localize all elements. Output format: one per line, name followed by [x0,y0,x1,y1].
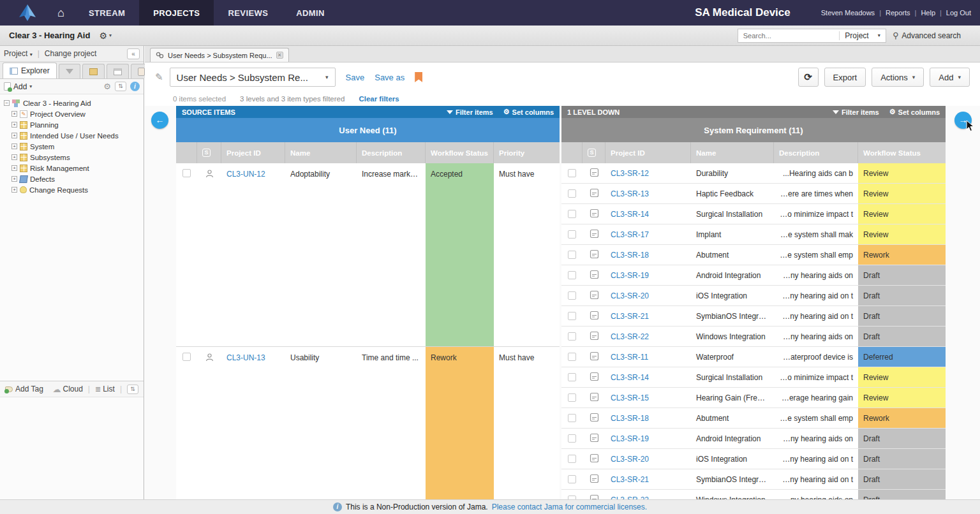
source-filter-items-button[interactable]: Filter items [447,108,493,116]
add-tag-button[interactable]: Add Tag [5,385,43,393]
tree-item-change-requests[interactable]: +Change Requests [11,184,141,195]
item-id-link[interactable]: CL3-SR-20 [611,455,649,464]
close-tab-icon[interactable]: ✕ [276,52,283,59]
nav-item-admin[interactable]: ADMIN [282,0,339,26]
expand-node-icon[interactable]: + [11,111,17,117]
nav-item-projects[interactable]: PROJECTS [139,0,214,26]
expand-node-icon[interactable]: + [11,154,17,160]
row-checkbox[interactable] [568,373,576,381]
actions-button[interactable]: Actions▾ [872,68,924,87]
row-checkbox[interactable] [568,393,576,402]
tree-item-intended-use-user-needs[interactable]: +Intended Use / User Needs [11,130,141,141]
item-id-link[interactable]: CL3-SR-11 [611,353,648,362]
collapse-sidebar-button[interactable]: « [127,48,140,59]
item-id-link[interactable]: CL3-SR-20 [611,291,649,300]
tree-item-project-overview[interactable]: +✎Project Overview [11,108,141,119]
project-menu-button[interactable]: Project ▾ [4,49,33,58]
tree-item-system[interactable]: +System [11,141,141,152]
project-settings-gear-icon[interactable]: ⚙ [99,31,107,41]
collapse-node-icon[interactable]: − [4,100,10,106]
row-checkbox[interactable] [568,230,576,239]
expand-node-icon[interactable]: + [11,133,17,138]
home-icon[interactable]: ⌂ [47,0,75,26]
item-id-link[interactable]: CL3-SR-19 [611,434,649,443]
target-set-columns-button[interactable]: ⚙Set columns [889,108,940,116]
expand-node-icon[interactable]: + [11,165,17,171]
add-item-button[interactable]: Add ▾ [4,82,32,91]
item-id-link[interactable]: CL3-SR-21 [611,475,649,484]
row-checkbox[interactable] [568,455,576,463]
item-id-link[interactable]: CL3-SR-15 [611,393,649,402]
tree-root-node[interactable]: − Clear 3 - Hearing Aid [4,98,141,108]
item-id-link[interactable]: CL3-SR-18 [611,414,649,423]
item-id-link[interactable]: CL3-SR-12 [611,169,649,178]
tree-item-defects[interactable]: +Defects [11,173,141,184]
export-button[interactable]: Export [824,68,866,87]
license-link[interactable]: Please contact Jama for commercial licen… [492,503,647,511]
refresh-button[interactable]: ⟳ [798,68,819,87]
row-checkbox[interactable] [568,169,576,177]
row-checkbox[interactable] [568,189,576,198]
item-id-link[interactable]: CL3-UN-13 [226,353,265,362]
item-id-link[interactable]: CL3-SR-13 [611,189,649,198]
info-icon[interactable]: i [130,82,140,91]
row-checkbox[interactable] [568,251,576,259]
row-checkbox[interactable] [568,312,576,320]
clear-filters-link[interactable]: Clear filters [359,95,399,103]
user-link-help[interactable]: Help [921,9,935,17]
item-id-link[interactable]: CL3-SR-17 [611,230,649,239]
save-button[interactable]: Save [346,73,365,82]
target-filter-items-button[interactable]: Filter items [833,108,879,116]
item-id-link[interactable]: CL3-SR-18 [611,251,649,260]
expand-node-icon[interactable]: + [11,143,17,149]
item-id-link[interactable]: CL3-SR-14 [611,373,649,382]
item-id-link[interactable]: CL3-UN-12 [226,170,265,179]
trace-left-arrow-button[interactable]: ← [151,112,168,129]
row-checkbox[interactable] [568,291,576,300]
user-link-steven-meadows[interactable]: Steven Meadows [821,9,875,17]
row-checkbox[interactable] [568,414,576,422]
add-button[interactable]: Add▾ [930,68,970,87]
user-link-reports[interactable]: Reports [886,9,910,17]
item-id-link[interactable]: CL3-SR-19 [611,271,649,280]
save-as-button[interactable]: Save as [375,73,405,82]
expand-node-icon[interactable]: + [11,176,17,182]
tree-item-planning[interactable]: +Planning [11,119,141,130]
nav-item-stream[interactable]: STREAM [75,0,139,26]
project-settings-caret-icon[interactable]: ▾ [109,33,112,38]
row-checkbox[interactable] [568,434,576,443]
search-scope-dropdown[interactable]: Project ▾ [839,31,885,40]
tree-item-risk-management[interactable]: +Risk Management [11,163,141,173]
item-id-link[interactable]: CL3-SR-22 [611,332,649,341]
tab-views[interactable] [107,64,129,78]
row-checkbox[interactable] [568,353,576,361]
expand-node-icon[interactable]: + [11,187,17,193]
bookmark-icon[interactable] [415,72,422,82]
tab-filters[interactable] [59,64,80,78]
item-id-link[interactable]: CL3-SR-21 [611,312,649,321]
source-set-columns-button[interactable]: ⚙Set columns [503,108,554,116]
advanced-search-button[interactable]: ⚲ Advanced search [893,31,961,40]
row-checkbox[interactable] [182,353,191,361]
row-checkbox[interactable] [568,475,576,483]
rename-view-pencil-icon[interactable]: ✎ [155,71,163,83]
tree-sync-button[interactable]: ⇅ [115,82,126,91]
item-id-link[interactable]: CL3-SR-14 [611,210,649,219]
saved-view-selector[interactable]: User Needs > Subsystem Re... ▾ [170,68,336,87]
tree-item-subsystems[interactable]: +Subsystems [11,152,141,163]
row-checkbox[interactable] [568,271,576,279]
search-input[interactable] [738,32,840,40]
tree-settings-gear-icon[interactable]: ⚙ [103,82,111,91]
tab-explorer[interactable]: Explorer [3,62,57,78]
nav-item-reviews[interactable]: REVIEWS [214,0,282,26]
trace-view-tab[interactable]: User Needs > Subsystem Requ... ✕ [150,48,289,62]
change-project-button[interactable]: Change project [45,49,96,58]
row-checkbox[interactable] [568,332,576,341]
cloud-view-button[interactable]: ☁Cloud [52,385,82,394]
row-checkbox[interactable] [568,210,576,218]
tab-coverage[interactable] [82,64,105,78]
expand-node-icon[interactable]: + [11,122,17,128]
user-link-log-out[interactable]: Log Out [946,9,971,17]
row-checkbox[interactable] [182,169,191,177]
list-view-button[interactable]: ≣List [95,385,115,393]
